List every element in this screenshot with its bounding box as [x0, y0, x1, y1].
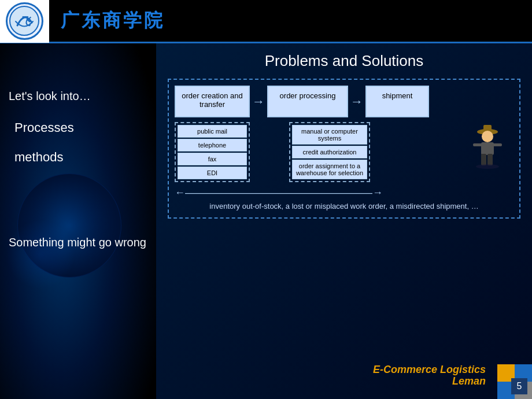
logo-box: 飞	[0, 0, 49, 43]
slide-title: Problems and Solutions	[168, 52, 520, 70]
ecommerce-watermark: E-Commerce Logistics	[373, 364, 486, 376]
header: 飞 广东商学院	[0, 0, 532, 43]
method-order-assignment: order assignment to a warehouse for sele…	[292, 160, 367, 179]
header-title: 广东商学院	[61, 8, 165, 34]
arrow-right-2: →	[350, 95, 363, 108]
svg-point-11	[476, 164, 499, 169]
process-box-order-processing: order processing	[267, 86, 348, 117]
methods-label: methods	[14, 150, 147, 165]
bottom-problem-text: inventory out-of-stock, a lost or mispla…	[175, 201, 513, 212]
svg-rect-6	[481, 142, 494, 155]
process-box-order-creation: order creation and transfer	[175, 86, 250, 117]
svg-rect-8	[487, 154, 493, 165]
right-methods-column: manual or computer systems credit author…	[289, 122, 370, 182]
diagram-container: order creation and transfer → order proc…	[168, 79, 520, 219]
svg-rect-7	[481, 154, 486, 165]
method-public-mail: public mail	[178, 125, 247, 138]
method-credit-auth: credit authorization	[292, 146, 367, 158]
method-manual-computer: manual or computer systems	[292, 125, 367, 145]
something-wrong-label: Something might go wrong	[9, 234, 147, 250]
arrow-right-1: →	[252, 95, 265, 108]
logo-circle: 飞	[6, 2, 43, 40]
method-telephone: telephone	[178, 139, 247, 152]
method-edi: EDI	[178, 167, 247, 179]
process-box-shipment: shipment	[365, 86, 429, 117]
character-illustration	[456, 119, 513, 171]
process-row-top: order creation and transfer → order proc…	[175, 86, 513, 117]
main-content: Problems and Solutions order creation an…	[156, 43, 532, 399]
processes-label: Processes	[14, 120, 147, 135]
character-svg	[456, 119, 513, 171]
svg-rect-5	[482, 135, 489, 137]
page-number: 5	[511, 378, 527, 394]
left-methods-column: public mail telephone fax EDI	[175, 122, 250, 182]
methods-row: public mail telephone fax EDI manual or …	[175, 122, 513, 182]
bottom-section: ←——————————————————→	[175, 187, 513, 199]
bidirectional-arrow-icon: ←——————————————————→	[175, 187, 383, 199]
svg-text:飞: 飞	[20, 16, 32, 27]
svg-rect-9	[473, 143, 482, 146]
left-panel: Let's look into… Processes methods Somet…	[0, 43, 156, 399]
leman-watermark: Leman	[452, 375, 486, 387]
method-fax: fax	[178, 153, 247, 165]
svg-rect-10	[493, 143, 502, 146]
logo-icon: 飞	[9, 5, 40, 37]
lets-look-label: Let's look into…	[9, 90, 147, 103]
